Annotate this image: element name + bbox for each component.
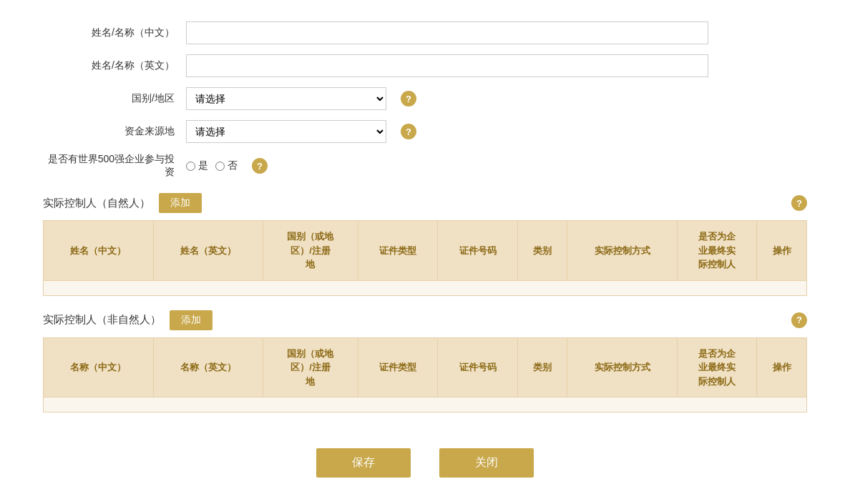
natural-person-table: 姓名（中文） 姓名（英文） 国别（或地区）/注册地 证件类型 证件号码 类别 实… <box>43 220 807 296</box>
non-natural-person-help-icon[interactable]: ? <box>791 312 807 328</box>
np-col-action: 操作 <box>757 221 807 281</box>
fund-source-label: 资金来源地 <box>43 125 186 138</box>
fortune500-yes-radio[interactable] <box>186 162 195 171</box>
bottom-actions: 保存 关闭 <box>43 448 807 478</box>
non-natural-person-section: 实际控制人（非自然人） 添加 ? 名称（中文） 名称（英文） 国别（或地区）/注… <box>43 310 807 413</box>
fortune500-row: 是否有世界500强企业参与投资 是 否 ? <box>43 153 807 179</box>
fortune500-no-radio[interactable] <box>215 162 225 171</box>
fortune500-no-label[interactable]: 否 <box>215 159 238 172</box>
country-label: 国别/地区 <box>43 92 186 105</box>
form-section: 姓名/名称（中文） 姓名/名称（英文） 国别/地区 请选择 ? 资金来源地 请选… <box>43 21 807 179</box>
np-col-name-cn: 姓名（中文） <box>44 221 154 281</box>
name-cn-label: 姓名/名称（中文） <box>43 26 186 39</box>
name-en-label: 姓名/名称（英文） <box>43 59 186 72</box>
np-col-name-en: 姓名（英文） <box>153 221 263 281</box>
fortune500-no-text: 否 <box>228 159 238 172</box>
np-col-country: 国别（或地区）/注册地 <box>263 221 358 281</box>
natural-person-add-btn[interactable]: 添加 <box>159 193 202 213</box>
fund-source-row: 资金来源地 请选择 ? <box>43 120 807 143</box>
non-natural-person-table-header-row: 名称（中文） 名称（英文） 国别（或地区）/注册地 证件类型 证件号码 类别 实… <box>44 337 807 397</box>
name-en-row: 姓名/名称（英文） <box>43 54 807 77</box>
nnp-col-cert-type: 证件类型 <box>358 337 438 397</box>
natural-person-title: 实际控制人（自然人） <box>43 197 150 210</box>
country-help-icon[interactable]: ? <box>401 91 416 107</box>
name-cn-input[interactable] <box>186 21 708 44</box>
nnp-col-cert-no: 证件号码 <box>438 337 518 397</box>
fortune500-radio-group: 是 否 <box>186 159 238 172</box>
non-natural-person-title: 实际控制人（非自然人） <box>43 313 161 327</box>
natural-person-empty-row <box>44 280 807 295</box>
fund-source-help-icon[interactable]: ? <box>401 124 416 139</box>
natural-person-section: 实际控制人（自然人） 添加 ? 姓名（中文） 姓名（英文） 国别（或地区）/注册… <box>43 193 807 296</box>
save-button[interactable]: 保存 <box>316 448 411 478</box>
name-cn-row: 姓名/名称（中文） <box>43 21 807 44</box>
close-button[interactable]: 关闭 <box>439 448 534 478</box>
non-natural-person-header: 实际控制人（非自然人） 添加 ? <box>43 310 807 330</box>
non-natural-person-table: 名称（中文） 名称（英文） 国别（或地区）/注册地 证件类型 证件号码 类别 实… <box>43 337 807 413</box>
nnp-col-country: 国别（或地区）/注册地 <box>263 337 358 397</box>
np-col-cert-type: 证件类型 <box>358 221 438 281</box>
fund-source-select[interactable]: 请选择 <box>186 120 386 143</box>
fortune500-help-icon[interactable]: ? <box>252 158 268 174</box>
fortune500-label: 是否有世界500强企业参与投资 <box>43 153 186 179</box>
nnp-col-action: 操作 <box>757 337 807 397</box>
np-col-control-method: 实际控制方式 <box>567 221 678 281</box>
nnp-col-control-method: 实际控制方式 <box>567 337 678 397</box>
nnp-col-final-controller: 是否为企业最终实际控制人 <box>677 337 757 397</box>
country-select[interactable]: 请选择 <box>186 87 386 110</box>
non-natural-person-add-btn[interactable]: 添加 <box>170 310 212 330</box>
fortune500-yes-label[interactable]: 是 <box>186 159 208 172</box>
nnp-col-category: 类别 <box>517 337 567 397</box>
non-natural-person-empty-row <box>44 397 807 412</box>
natural-person-header: 实际控制人（自然人） 添加 ? <box>43 193 807 213</box>
np-col-category: 类别 <box>517 221 567 281</box>
nnp-col-name-en: 名称（英文） <box>153 337 263 397</box>
np-col-final-controller: 是否为企业最终实际控制人 <box>677 221 757 281</box>
page-container: 姓名/名称（中文） 姓名/名称（英文） 国别/地区 请选择 ? 资金来源地 请选… <box>0 0 850 504</box>
natural-person-table-header-row: 姓名（中文） 姓名（英文） 国别（或地区）/注册地 证件类型 证件号码 类别 实… <box>44 221 807 281</box>
np-col-cert-no: 证件号码 <box>438 221 518 281</box>
fortune500-yes-text: 是 <box>198 159 208 172</box>
natural-person-help-icon[interactable]: ? <box>791 195 807 211</box>
name-en-input[interactable] <box>186 54 708 77</box>
country-row: 国别/地区 请选择 ? <box>43 87 807 110</box>
nnp-col-name-cn: 名称（中文） <box>44 337 154 397</box>
